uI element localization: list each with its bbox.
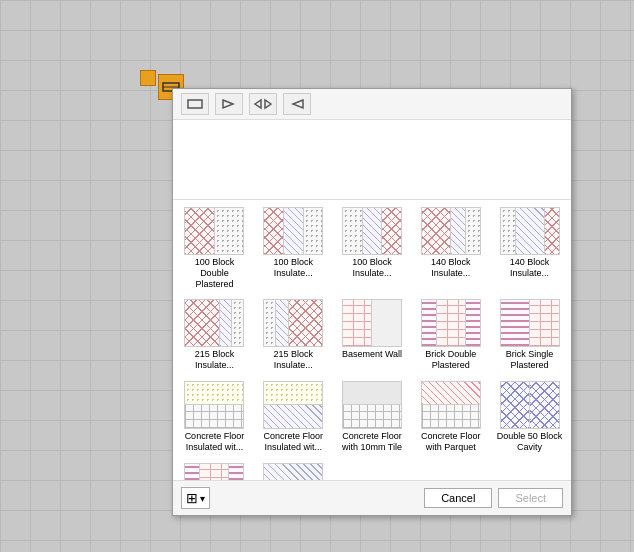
material-label-13: Concrete Floor with 10mm Tile [338, 431, 406, 453]
material-thumb-14 [421, 381, 481, 429]
svg-marker-6 [293, 100, 303, 108]
material-thumb-12 [263, 381, 323, 429]
dialog-footer: ⊞ ▾ Cancel Select [173, 480, 571, 515]
material-thumb-10 [500, 299, 560, 347]
material-label-15: Double 50 Block Cavity [496, 431, 564, 453]
material-thumb-7 [263, 299, 323, 347]
material-item-5[interactable]: 140 Block Insulate... [492, 204, 567, 292]
toolbar-arrow-left-button[interactable] [283, 93, 311, 115]
material-item-1[interactable]: 100 Block Double Plastered [177, 204, 252, 292]
dialog-toolbar [173, 89, 571, 120]
material-item-10[interactable]: Brick Single Plastered [492, 296, 567, 374]
material-thumb-1 [184, 207, 244, 255]
material-item-11[interactable]: Concrete Floor Insulated wit... [177, 378, 252, 456]
material-label-7: 215 Block Insulate... [259, 349, 327, 371]
material-item-17[interactable]: Insulated [256, 460, 331, 480]
material-item-2[interactable]: 100 Block Insulate... [256, 204, 331, 292]
material-thumb-6 [184, 299, 244, 347]
material-thumb-3 [342, 207, 402, 255]
view-toggle-button[interactable]: ⊞ ▾ [181, 487, 210, 509]
grid-view-icon: ⊞ [186, 490, 198, 506]
material-thumb-16 [184, 463, 244, 480]
view-dropdown-arrow: ▾ [200, 493, 205, 504]
material-item-15[interactable]: Double 50 Block Cavity [492, 378, 567, 456]
material-item-6[interactable]: 215 Block Insulate... [177, 296, 252, 374]
material-item-16[interactable]: Double Plastered Brick [177, 460, 252, 480]
material-thumb-5 [500, 207, 560, 255]
material-label-6: 215 Block Insulate... [180, 349, 248, 371]
cancel-button[interactable]: Cancel [424, 488, 492, 508]
material-label-3: 100 Block Insulate... [338, 257, 406, 279]
material-item-3[interactable]: 100 Block Insulate... [335, 204, 410, 292]
material-label-11: Concrete Floor Insulated wit... [180, 431, 248, 453]
material-thumb-4 [421, 207, 481, 255]
toolbar-double-arrow-button[interactable] [249, 93, 277, 115]
material-preview [173, 120, 571, 200]
select-button[interactable]: Select [498, 488, 563, 508]
material-item-12[interactable]: Concrete Floor Insulated wit... [256, 378, 331, 456]
material-label-9: Brick Double Plastered [417, 349, 485, 371]
svg-marker-3 [223, 100, 233, 108]
material-thumb-8 [342, 299, 402, 347]
material-thumb-15 [500, 381, 560, 429]
material-label-4: 140 Block Insulate... [417, 257, 485, 279]
material-dialog: 100 Block Double Plastered 100 Block Ins… [172, 88, 572, 516]
svg-marker-4 [255, 100, 261, 108]
material-label-2: 100 Block Insulate... [259, 257, 327, 279]
material-thumb-13 [342, 381, 402, 429]
material-label-12: Concrete Floor Insulated wit... [259, 431, 327, 453]
material-item-4[interactable]: 140 Block Insulate... [413, 204, 488, 292]
material-item-13[interactable]: Concrete Floor with 10mm Tile [335, 378, 410, 456]
material-label-5: 140 Block Insulate... [496, 257, 564, 279]
material-label-14: Concrete Floor with Parquet [417, 431, 485, 453]
material-label-10: Brick Single Plastered [496, 349, 564, 371]
material-thumb-9 [421, 299, 481, 347]
material-label-1: 100 Block Double Plastered [180, 257, 248, 289]
svg-marker-5 [265, 100, 271, 108]
material-item-14[interactable]: Concrete Floor with Parquet [413, 378, 488, 456]
material-thumb-2 [263, 207, 323, 255]
material-item-9[interactable]: Brick Double Plastered [413, 296, 488, 374]
material-grid: 100 Block Double Plastered 100 Block Ins… [173, 200, 571, 480]
toolbar-rect-button[interactable] [181, 93, 209, 115]
material-thumb-17 [263, 463, 323, 480]
material-thumb-11 [184, 381, 244, 429]
material-item-8[interactable]: Basement Wall [335, 296, 410, 374]
pin-icon [140, 70, 156, 86]
svg-rect-2 [188, 100, 202, 108]
footer-actions: Cancel Select [424, 488, 563, 508]
toolbar-arrow-right-button[interactable] [215, 93, 243, 115]
material-label-8: Basement Wall [342, 349, 402, 360]
material-item-7[interactable]: 215 Block Insulate... [256, 296, 331, 374]
